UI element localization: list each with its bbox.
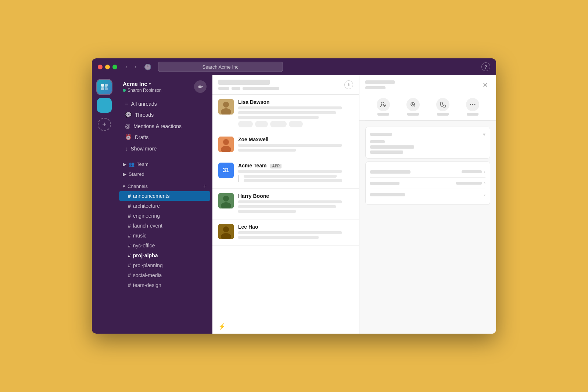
detail-row-2[interactable]: ›: [370, 178, 485, 189]
arrow-down-icon: ↓: [125, 145, 128, 152]
message-line: [238, 144, 342, 147]
nav-label: Threads: [135, 112, 154, 118]
message-item-zoe-maxwell[interactable]: Zoe Maxwell: [212, 132, 359, 158]
message-content-lisa-dawson: Lisa Dawson: [238, 99, 353, 127]
message-item-lisa-dawson[interactable]: Lisa Dawson: [212, 95, 359, 132]
hash-icon: #: [128, 243, 131, 248]
message-tags: [238, 121, 353, 127]
sidebar-item-mentions[interactable]: @ Mentions & reactions: [119, 121, 210, 131]
channel-item-announcements[interactable]: # announcements: [119, 191, 210, 201]
workspace-icon-primary[interactable]: [97, 80, 112, 94]
ph: [456, 182, 482, 185]
minimize-button[interactable]: [105, 65, 110, 69]
message-item-acme-team[interactable]: 31 Acme Team APP: [212, 158, 359, 189]
detail-row-1[interactable]: ›: [370, 166, 485, 178]
message-indent: [238, 175, 353, 182]
chevron-down-icon: ▾: [483, 131, 485, 137]
detail-header-row: ✕: [365, 80, 490, 90]
message-line: [238, 149, 296, 152]
compose-button[interactable]: ✏: [194, 80, 207, 93]
team-section-header[interactable]: ▶ 👥 Team: [117, 160, 212, 168]
detail-row-3[interactable]: ›: [370, 189, 485, 200]
message-item-lee-hao[interactable]: Lee Hao: [212, 219, 359, 246]
history-button[interactable]: 🕐: [142, 63, 154, 71]
tag: [255, 121, 268, 127]
sidebar-item-threads[interactable]: 💬 Threads: [119, 109, 210, 120]
nav-label: Mentions & reactions: [133, 123, 182, 129]
search-action[interactable]: [406, 98, 420, 116]
channel-item-engineering[interactable]: # engineering: [119, 211, 210, 221]
message-line: [238, 210, 296, 213]
sidebar-item-drafts[interactable]: ⏰ Drafts: [119, 132, 210, 143]
user-status: Sharon Robinson: [123, 88, 162, 93]
detail-title-area: [365, 80, 395, 89]
maximize-button[interactable]: [112, 65, 117, 69]
info-button[interactable]: ℹ: [344, 80, 353, 89]
team-section: ▶ 👥 Team ▶ Starred: [117, 156, 212, 180]
help-button[interactable]: ?: [481, 62, 490, 71]
row-right: ›: [484, 192, 485, 197]
channel-item-launch-event[interactable]: # launch-event: [119, 221, 210, 231]
svg-point-20: [470, 104, 471, 105]
call-action[interactable]: [436, 98, 449, 116]
phone-icon: [436, 98, 449, 111]
lightning-icon[interactable]: ⚡: [212, 319, 359, 334]
hash-icon: #: [128, 193, 131, 199]
plus-icon: +: [102, 120, 107, 129]
chevron-right-icon: ›: [484, 192, 485, 197]
workspace-name[interactable]: Acme Inc ▾: [123, 81, 162, 87]
message-line: [238, 236, 319, 239]
forward-button[interactable]: ›: [132, 63, 139, 71]
tag: [270, 121, 287, 127]
sidebar-item-show-more[interactable]: ↓ Show more: [119, 143, 210, 154]
channel-label: proj-alpha: [133, 253, 158, 258]
nav-label: All unreads: [131, 101, 157, 107]
message-item-harry-boone[interactable]: Harry Boone: [212, 189, 359, 219]
search-bar[interactable]: Search Acme Inc: [158, 62, 283, 72]
channel-label: team-design: [133, 282, 161, 288]
message-line: [244, 179, 342, 182]
channel-item-team-design[interactable]: # team-design: [119, 280, 210, 290]
action-label: [377, 113, 389, 116]
ph: [370, 170, 410, 174]
channel-label: music: [133, 233, 147, 239]
message-line: [238, 200, 342, 203]
message-content-lee-hao: Lee Hao: [238, 224, 353, 241]
add-workspace-button[interactable]: +: [98, 118, 111, 131]
tag: [289, 121, 303, 127]
nav-controls: ‹ › 🕐: [123, 63, 154, 71]
hash-icon: #: [128, 253, 131, 258]
panel-title-area: [218, 80, 279, 90]
starred-section-header[interactable]: ▶ Starred: [117, 170, 212, 178]
workspace-icon-secondary[interactable]: [97, 98, 112, 113]
close-panel-button[interactable]: ✕: [480, 80, 490, 90]
channel-item-social-media[interactable]: # social-media: [119, 271, 210, 280]
channel-item-proj-planning[interactable]: # proj-planning: [119, 261, 210, 270]
back-button[interactable]: ‹: [123, 63, 129, 71]
add-user-icon: [377, 98, 390, 111]
channel-item-music[interactable]: # music: [119, 231, 210, 240]
ph: [462, 170, 482, 173]
detail-panel-header: ✕: [359, 75, 496, 121]
add-channel-button[interactable]: +: [203, 183, 207, 189]
nav-label: Drafts: [135, 134, 148, 140]
channels-label: Channels: [128, 184, 148, 189]
close-button[interactable]: [98, 65, 103, 69]
ph-small: [232, 87, 240, 90]
sidebar-item-all-unreads[interactable]: ≡ All unreads: [119, 98, 210, 109]
nav-label: Show more: [131, 146, 157, 152]
status-indicator: [123, 89, 126, 92]
svg-rect-0: [101, 84, 104, 87]
channel-item-proj-alpha[interactable]: # proj-alpha: [119, 251, 210, 260]
row-right: ›: [462, 169, 485, 174]
channels-section-header[interactable]: ▾ Channels +: [117, 181, 212, 191]
more-action[interactable]: [466, 98, 479, 116]
svg-point-16: [381, 102, 384, 105]
add-user-action[interactable]: [377, 98, 390, 116]
hash-icon: #: [128, 282, 131, 288]
channel-item-architecture[interactable]: # architecture: [119, 201, 210, 211]
channel-item-nyc-office[interactable]: # nyc-office: [119, 241, 210, 250]
hash-icon: #: [128, 223, 131, 229]
workspace-bar: +: [92, 75, 117, 334]
traffic-lights: [98, 65, 117, 69]
